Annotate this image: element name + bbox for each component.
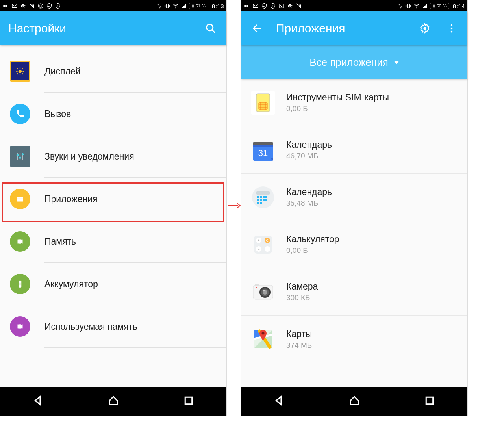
back-button[interactable]	[249, 20, 265, 36]
app-row-sim[interactable]: Инструменты SIM-карты 0,00 Б	[241, 79, 467, 126]
app-name: Калькулятор	[286, 234, 339, 245]
settings-item-label: Память	[44, 236, 76, 247]
svg-point-28	[288, 6, 290, 7]
settings-item-storage[interactable]: Память	[0, 220, 226, 263]
gear-icon	[419, 23, 430, 34]
svg-point-7	[175, 7, 176, 8]
nav-bar	[241, 387, 467, 416]
svg-rect-46	[263, 196, 265, 198]
svg-point-8	[207, 24, 213, 31]
svg-text:!: !	[57, 4, 58, 8]
app-bar-title: Настройки	[8, 22, 192, 35]
battery-text: 50 %	[437, 4, 447, 8]
svg-rect-50	[263, 199, 265, 201]
svg-text:=: =	[266, 247, 268, 251]
phone-settings: ! 51 % 8:13 Настройки Дисплей	[0, 0, 227, 416]
svg-rect-15	[18, 240, 23, 243]
overflow-button[interactable]	[444, 20, 460, 36]
svg-rect-53	[260, 202, 262, 204]
svg-rect-44	[257, 196, 259, 198]
filter-label: Все приложения	[309, 56, 388, 69]
arrow-back-icon	[252, 23, 263, 34]
svg-point-3	[24, 6, 25, 7]
apps-icon	[10, 189, 30, 209]
nav-recent[interactable]	[424, 395, 435, 408]
settings-item-apps[interactable]: Приложения	[0, 178, 226, 220]
svg-point-27	[280, 5, 281, 6]
app-name: Камера	[286, 281, 318, 292]
sim-icon	[251, 91, 275, 115]
calendar-icon	[251, 185, 275, 210]
svg-text:−: −	[258, 247, 259, 251]
svg-point-35	[451, 31, 453, 33]
image-icon	[278, 3, 285, 9]
svg-point-69	[256, 287, 257, 288]
svg-rect-30	[407, 4, 409, 8]
clock: 8:14	[453, 3, 465, 9]
settings-item-label: Звуки и уведомления	[44, 151, 134, 162]
app-row-gcalendar[interactable]: 31 Календарь 46,70 МБ	[241, 126, 467, 174]
svg-rect-13	[17, 197, 23, 199]
settings-item-label: Дисплей	[44, 66, 80, 77]
nav-home[interactable]	[348, 395, 360, 408]
svg-point-31	[416, 7, 417, 8]
settings-item-label: Приложения	[44, 194, 98, 204]
settings-item-battery[interactable]: Аккумулятор	[0, 263, 226, 305]
arrow-icon	[228, 202, 241, 210]
svg-rect-40	[253, 145, 273, 147]
svg-point-68	[263, 290, 265, 291]
svg-rect-21	[185, 397, 193, 404]
bluetooth-icon	[397, 3, 403, 9]
svg-rect-0	[3, 5, 7, 7]
settings-item-label: Используемая память	[44, 321, 137, 332]
display-icon	[10, 61, 30, 82]
svg-rect-72	[426, 397, 434, 404]
svg-point-10	[17, 154, 19, 156]
vibrate-icon	[164, 3, 170, 9]
nav-back[interactable]	[273, 395, 285, 408]
battery-indicator: 50 %	[430, 3, 449, 9]
sliders-icon	[10, 146, 30, 167]
nav-home[interactable]	[107, 395, 119, 408]
svg-rect-48	[257, 199, 259, 201]
nav-recent[interactable]	[183, 395, 195, 408]
battery-indicator: 51 %	[189, 3, 208, 9]
app-row-calendar[interactable]: Календарь 35,48 МБ	[241, 174, 467, 221]
settings-item-display[interactable]: Дисплей	[0, 50, 226, 93]
vibrate-icon	[405, 3, 411, 9]
svg-rect-14	[17, 199, 23, 202]
settings-button[interactable]	[417, 20, 433, 36]
settings-item-sounds[interactable]: Звуки и уведомления	[0, 135, 226, 178]
phone-icon	[10, 104, 30, 124]
svg-rect-20	[18, 325, 23, 329]
svg-rect-37	[259, 102, 267, 110]
shield-icon	[46, 3, 52, 9]
battery-icon	[10, 274, 30, 294]
app-size: 0,00 Б	[286, 104, 389, 113]
svg-rect-23	[244, 5, 248, 7]
search-button[interactable]	[203, 20, 219, 36]
app-size: 374 МБ	[286, 341, 312, 350]
app-row-camera[interactable]: Камера 300 КБ	[241, 268, 467, 316]
shield-icon	[261, 3, 267, 9]
globe-icon	[37, 3, 44, 9]
app-row-maps[interactable]: Карты 374 МБ	[241, 316, 467, 363]
incognito-icon	[287, 3, 293, 9]
svg-rect-52	[257, 202, 259, 204]
svg-rect-47	[265, 196, 267, 198]
sync-off-icon	[296, 3, 302, 9]
app-name: Карты	[286, 329, 312, 340]
app-bar: Настройки	[0, 11, 226, 45]
more-icon	[244, 3, 250, 9]
nav-back[interactable]	[32, 395, 44, 408]
svg-rect-19	[20, 283, 20, 286]
filter-dropdown[interactable]: Все приложения	[241, 45, 467, 79]
svg-point-32	[424, 27, 426, 30]
wifi-icon	[413, 3, 420, 9]
svg-rect-64	[255, 284, 259, 286]
app-size: 46,70 МБ	[286, 152, 332, 160]
settings-item-memory[interactable]: Используемая память	[0, 305, 226, 348]
svg-point-9	[19, 70, 22, 73]
app-row-calculator[interactable]: +C−= Калькулятор 0,00 Б	[241, 221, 467, 268]
settings-item-calls[interactable]: Вызов	[0, 93, 226, 135]
